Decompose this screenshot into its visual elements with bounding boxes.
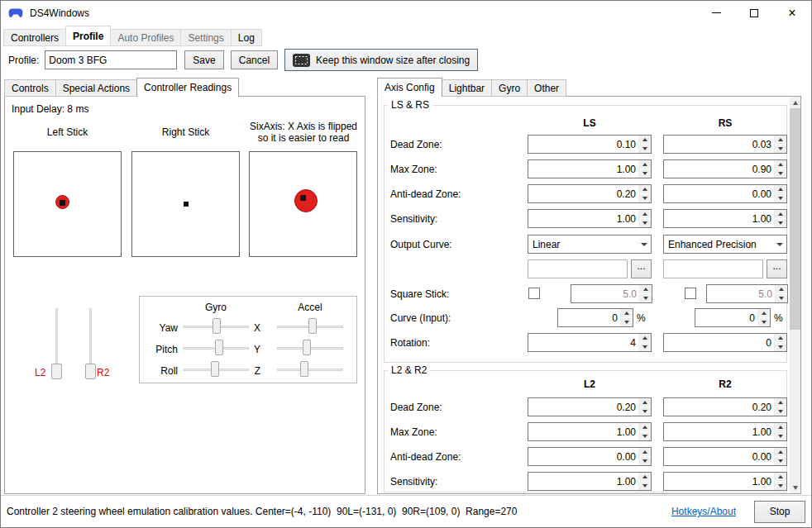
spin-buttons[interactable]	[774, 423, 786, 440]
spin-buttons[interactable]	[620, 309, 633, 326]
tab-gyro[interactable]: Gyro	[491, 79, 528, 97]
r2-sensitivity-spinner[interactable]	[663, 472, 787, 491]
spin-down-icon[interactable]	[775, 169, 786, 178]
spin-up-icon[interactable]	[639, 136, 651, 144]
scroll-up-button[interactable]	[790, 97, 800, 108]
spin-up-icon[interactable]	[775, 136, 786, 144]
spin-down-icon[interactable]	[639, 481, 651, 490]
ls-output-curve-dropdown[interactable]: Linear	[528, 235, 652, 254]
tab-other[interactable]: Other	[527, 79, 566, 97]
spin-down-icon[interactable]	[639, 218, 651, 227]
scrollbar-thumb[interactable]	[790, 108, 800, 330]
tab-controllers[interactable]: Controllers	[3, 29, 66, 46]
right-panel-scrollbar[interactable]	[790, 97, 800, 493]
roll-slider-thumb[interactable]	[211, 361, 219, 377]
spin-up-icon[interactable]	[775, 448, 786, 456]
spin-down-icon[interactable]	[775, 407, 786, 416]
l2-max-zone-input[interactable]	[528, 423, 638, 440]
spin-buttons[interactable]	[638, 473, 651, 490]
rs-output-curve-dropdown[interactable]: Enhanced Precision	[663, 235, 787, 254]
tab-controller-readings[interactable]: Controller Readings	[136, 78, 239, 98]
spin-down-icon[interactable]	[775, 193, 786, 202]
spin-up-icon[interactable]	[640, 285, 652, 293]
r2-max-zone-input[interactable]	[664, 423, 774, 440]
ls-dead-zone-spinner[interactable]	[528, 135, 652, 154]
cancel-button[interactable]: Cancel	[231, 50, 278, 69]
rs-custom-curve-input[interactable]	[663, 259, 763, 278]
spin-up-icon[interactable]	[639, 398, 651, 407]
l2-dead-zone-input[interactable]	[528, 398, 638, 416]
rs-dead-zone-spinner[interactable]	[663, 135, 787, 154]
rs-rotation-input[interactable]	[664, 334, 774, 351]
spin-up-icon[interactable]	[639, 448, 651, 456]
spin-up-icon[interactable]	[758, 309, 770, 317]
ls-square-stick-checkbox[interactable]	[528, 288, 540, 299]
rs-square-stick-checkbox[interactable]	[685, 288, 696, 299]
accel-x-slider-thumb[interactable]	[308, 318, 317, 334]
ls-dead-zone-input[interactable]	[528, 136, 638, 153]
accel-y-slider[interactable]	[277, 340, 343, 356]
spin-buttons[interactable]	[757, 309, 770, 326]
tab-controls[interactable]: Controls	[4, 79, 56, 97]
spin-buttons[interactable]	[774, 334, 786, 351]
yaw-slider[interactable]	[183, 318, 249, 335]
ls-anti-dead-zone-spinner[interactable]	[528, 184, 652, 203]
spin-up-icon[interactable]	[775, 473, 786, 481]
spin-down-icon[interactable]	[639, 456, 651, 465]
r2-dead-zone-spinner[interactable]	[663, 397, 787, 416]
spin-buttons[interactable]	[774, 448, 786, 465]
rs-curve-input-spinner[interactable]	[695, 308, 771, 327]
tab-axis-config[interactable]: Axis Config	[377, 78, 442, 98]
accel-y-slider-thumb[interactable]	[303, 340, 311, 355]
l2-sensitivity-spinner[interactable]	[528, 472, 652, 491]
spin-down-icon[interactable]	[775, 431, 786, 440]
l2-max-zone-spinner[interactable]	[528, 422, 652, 441]
spin-buttons[interactable]	[774, 185, 786, 202]
pitch-slider-thumb[interactable]	[215, 340, 223, 355]
spin-buttons[interactable]	[638, 185, 651, 202]
spin-buttons[interactable]	[638, 334, 651, 351]
spin-down-icon[interactable]	[640, 293, 652, 302]
r2-anti-dead-zone-input[interactable]	[664, 448, 774, 465]
tab-settings[interactable]: Settings	[180, 29, 231, 46]
spin-buttons[interactable]	[774, 398, 786, 416]
close-button[interactable]: ×	[773, 1, 811, 25]
pitch-slider[interactable]	[183, 340, 249, 356]
r2-dead-zone-input[interactable]	[664, 398, 774, 416]
spin-up-icon[interactable]	[639, 334, 651, 342]
spin-up-icon[interactable]	[775, 210, 786, 218]
spin-up-icon[interactable]	[775, 398, 786, 407]
spin-buttons[interactable]	[774, 210, 786, 227]
keep-window-size-button[interactable]: Keep this window size after closing	[284, 49, 478, 71]
spin-down-icon[interactable]	[639, 431, 651, 440]
spin-up-icon[interactable]	[639, 423, 651, 431]
rs-custom-curve-browse-button[interactable]: ...	[767, 259, 787, 278]
minimize-button[interactable]	[697, 1, 735, 25]
ls-square-stick-roundness-spinner[interactable]	[571, 284, 652, 303]
l2-sensitivity-input[interactable]	[528, 473, 638, 490]
rs-sensitivity-spinner[interactable]	[663, 209, 787, 228]
rs-square-stick-roundness-input[interactable]	[707, 285, 775, 302]
ls-square-stick-roundness-input[interactable]	[571, 285, 639, 302]
spin-buttons[interactable]	[639, 285, 652, 302]
spin-down-icon[interactable]	[639, 144, 651, 153]
save-button[interactable]: Save	[184, 50, 223, 69]
spin-up-icon[interactable]	[639, 185, 651, 193]
maximize-button[interactable]	[735, 1, 773, 25]
scroll-down-button[interactable]	[790, 482, 800, 493]
spin-down-icon[interactable]	[775, 481, 786, 490]
spin-down-icon[interactable]	[639, 342, 651, 351]
r2-anti-dead-zone-spinner[interactable]	[663, 447, 787, 466]
spin-up-icon[interactable]	[639, 473, 651, 481]
ls-custom-curve-input[interactable]	[528, 259, 628, 278]
spin-buttons[interactable]	[638, 448, 651, 465]
roll-slider[interactable]	[183, 361, 249, 378]
l2-dead-zone-spinner[interactable]	[528, 397, 652, 416]
tab-profile[interactable]: Profile	[65, 26, 111, 46]
r2-max-zone-spinner[interactable]	[663, 422, 787, 441]
spin-up-icon[interactable]	[775, 334, 786, 342]
spin-buttons[interactable]	[638, 423, 651, 440]
l2-anti-dead-zone-input[interactable]	[528, 448, 638, 465]
spin-down-icon[interactable]	[775, 456, 786, 465]
rs-anti-dead-zone-spinner[interactable]	[663, 184, 787, 203]
